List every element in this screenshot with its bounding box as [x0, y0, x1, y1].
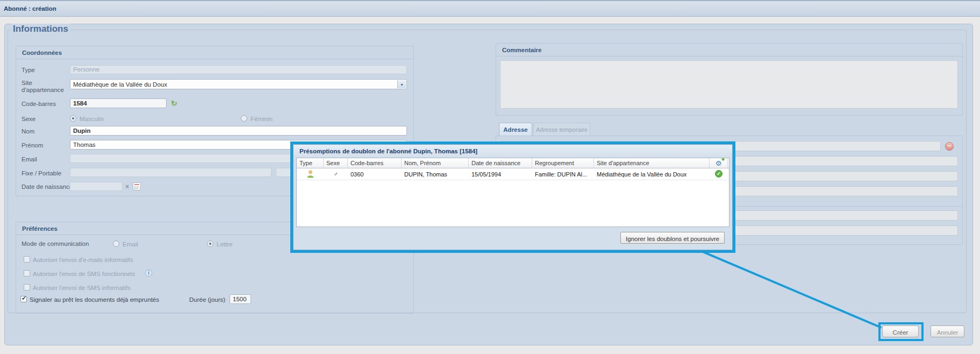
duplicate-dialog-title: Présomptions de doublon de l'abonné Dupi…: [294, 145, 732, 158]
date-naissance-label: Date de naissance: [22, 183, 73, 190]
informations-legend: Informations: [11, 24, 70, 34]
cancel-button[interactable]: Annuler: [931, 325, 964, 337]
duree-field[interactable]: [230, 294, 251, 304]
duplicate-table-header: Type Sexe Code-barres Nom, Prénom Date d…: [297, 158, 729, 168]
table-row[interactable]: ♂ 0360 DUPIN, Thomas 15/05/1994 Famille:…: [297, 168, 729, 180]
nom-label: Nom: [22, 128, 34, 134]
code-barres-label: Code-barres: [22, 101, 56, 107]
col-site[interactable]: Site d'appartenance: [594, 158, 710, 168]
duplicate-table: Type Sexe Code-barres Nom, Prénom Date d…: [296, 158, 729, 227]
mode-communication-label: Mode de communication: [22, 240, 89, 247]
site-select-value: Médiathèque de la Vallée du Doux: [73, 81, 167, 88]
prenom-label: Prénom: [22, 142, 43, 148]
fixe-field[interactable]: [70, 168, 271, 177]
sms-informatifs-label: Autoriser l'envoi de SMS informatifs: [33, 285, 131, 291]
coordonnees-header: Coordonnées: [16, 46, 413, 59]
nom-field[interactable]: [70, 126, 407, 136]
commentaire-header: Commentaire: [496, 44, 962, 56]
fixe-portable-label: Fixe / Portable: [22, 170, 61, 176]
check-circle-icon: ✔: [715, 170, 723, 178]
email-label: Email: [22, 156, 37, 162]
page-title: Abonné : création: [4, 5, 56, 12]
sms-fonctionnels-checkbox[interactable]: [24, 270, 30, 277]
male-icon: ♂: [324, 168, 348, 180]
signaler-pret-checkbox[interactable]: [20, 296, 27, 302]
emails-informatifs-checkbox[interactable]: [24, 256, 30, 263]
calendar-icon[interactable]: [133, 182, 141, 190]
gear-icon: ⚙✱: [716, 159, 722, 167]
code-barres-field[interactable]: [70, 98, 167, 108]
col-date-naissance[interactable]: Date de naissance: [469, 158, 532, 168]
mode-lettre-radio[interactable]: [207, 240, 213, 247]
status-cell: ✔: [710, 168, 728, 180]
type-label: Type: [22, 67, 35, 73]
tab-adresse[interactable]: Adresse: [499, 123, 532, 136]
col-nom-prenom[interactable]: Nom, Prénom: [402, 158, 469, 168]
site-label: Site d'appartenance: [22, 80, 67, 94]
person-icon: [306, 170, 314, 178]
regenerate-barcode-icon[interactable]: ↻: [171, 100, 177, 107]
cell-regroupement: Famille: DUPIN Al...: [532, 168, 594, 180]
star-icon: ✱: [721, 158, 725, 162]
screen: Abonné : création Informations Coordonné…: [0, 0, 980, 354]
sexe-label: Sexe: [22, 116, 35, 122]
remove-address-icon[interactable]: −: [945, 142, 954, 151]
cell-date-naissance: 15/05/1994: [469, 168, 532, 180]
signaler-pret-label: Signaler au prêt les documents déjà empr…: [30, 296, 159, 303]
creer-annotation-frame: [878, 322, 924, 341]
col-status: ⚙✱: [710, 158, 728, 168]
cell-site: Médiathèque de la Vallée du Doux: [594, 168, 710, 180]
cell-code-barres: 0360: [348, 168, 402, 180]
emails-informatifs-label: Autoriser l'envoi d'e-mails informatifs: [33, 257, 133, 263]
type-field[interactable]: Personne: [70, 65, 407, 74]
clear-date-icon[interactable]: ×: [125, 183, 129, 190]
person-icon-cell: [297, 168, 324, 180]
sexe-masculin-radio[interactable]: [70, 115, 76, 122]
site-select[interactable]: Médiathèque de la Vallée du Doux ▼: [70, 79, 407, 89]
mode-email-label: Email: [123, 241, 138, 247]
sexe-masculin-label: Masculin: [80, 116, 104, 122]
sms-informatifs-checkbox[interactable]: [24, 284, 30, 291]
col-sexe[interactable]: Sexe: [324, 158, 348, 168]
info-icon[interactable]: i: [145, 270, 152, 277]
chevron-down-icon[interactable]: ▼: [397, 80, 406, 88]
mode-lettre-label: Lettre: [217, 241, 232, 247]
duree-label: Durée (jours): [189, 296, 225, 303]
duplicate-dialog-annotation-frame: Présomptions de doublon de l'abonné Dupi…: [290, 141, 735, 253]
duplicate-dialog: Présomptions de doublon de l'abonné Dupi…: [293, 144, 733, 250]
commentaire-textarea[interactable]: [500, 60, 958, 109]
col-type[interactable]: Type: [297, 158, 324, 168]
col-code-barres[interactable]: Code-barres: [348, 158, 402, 168]
sexe-feminin-label: Féminin: [251, 116, 273, 122]
sexe-feminin-radio[interactable]: [241, 115, 247, 122]
window-titlebar: Abonné : création: [0, 0, 980, 17]
ignore-duplicates-button[interactable]: Ignorer les doublons et poursuivre: [620, 232, 725, 244]
tab-adresse-temporaire[interactable]: Adresse temporaire: [533, 123, 590, 136]
mode-email-radio[interactable]: [113, 240, 119, 247]
cell-nom-prenom: DUPIN, Thomas: [402, 168, 469, 180]
col-regroupement[interactable]: Regroupement: [532, 158, 594, 168]
date-naissance-field[interactable]: [70, 182, 123, 191]
sms-fonctionnels-label: Autoriser l'envoi de SMS fonctionnels: [33, 271, 135, 277]
